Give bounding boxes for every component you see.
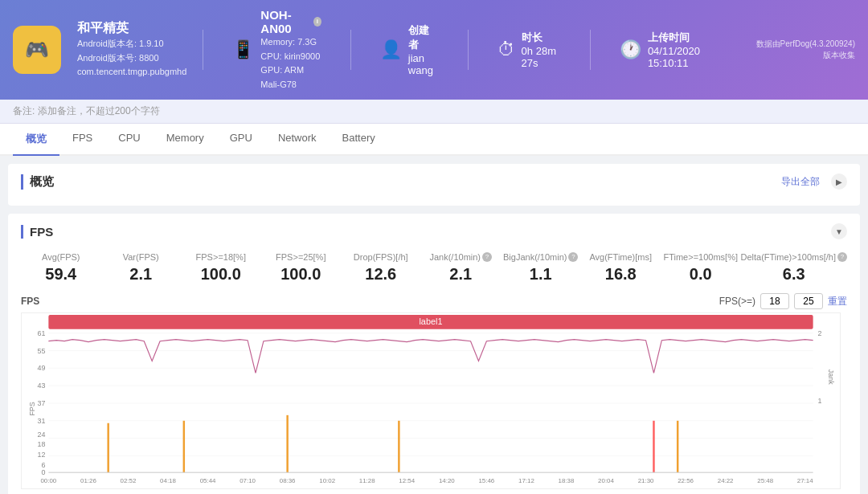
fps-stat-info-icon-6[interactable]: ?: [568, 252, 578, 262]
svg-text:25:48: 25:48: [757, 477, 773, 484]
fps-stat-label-7: Avg(FTime)[ms]: [581, 252, 661, 262]
device-info-icon[interactable]: i: [313, 17, 321, 27]
tab-gpu[interactable]: GPU: [217, 124, 265, 156]
tab-fps[interactable]: FPS: [59, 124, 105, 156]
svg-text:Jank: Jank: [827, 369, 835, 385]
fps-stat-value-0: 59.4: [21, 265, 101, 284]
app-name: 和平精英: [77, 20, 186, 37]
duration-value: 0h 28m 27s: [522, 45, 561, 69]
svg-text:18: 18: [37, 441, 45, 449]
duration-info: 时长 0h 28m 27s: [522, 31, 561, 69]
upload-icon: 🕐: [620, 39, 641, 60]
upload-section: 🕐 上传时间 04/11/2020 15:10:11: [607, 31, 733, 69]
fps-threshold-input-1[interactable]: [760, 293, 789, 309]
device-icon: 📱: [232, 39, 254, 60]
svg-text:14:20: 14:20: [439, 477, 455, 484]
notes-bar: 备注: 添加备注，不超过200个字符: [0, 100, 868, 124]
fps-stat-2: FPS>=18[%]100.0: [181, 252, 261, 284]
device-memory: Memory: 7.3G: [260, 35, 321, 50]
fps-reset-button[interactable]: 重置: [828, 295, 847, 308]
svg-text:61: 61: [37, 329, 45, 337]
fps-stat-label-1: Var(FPS): [101, 252, 182, 262]
fps-header: FPS ▼: [21, 223, 847, 239]
fps-stat-7: Avg(FTime)[ms]16.8: [581, 252, 661, 284]
export-button[interactable]: 导出全部: [781, 175, 820, 189]
fps-stat-label-6: BigJank(/10min)?: [501, 252, 581, 262]
svg-text:37: 37: [37, 399, 45, 407]
svg-text:07:10: 07:10: [240, 477, 256, 484]
header-divider-1: [203, 30, 203, 70]
tab-network[interactable]: Network: [265, 124, 330, 156]
fps-stat-label-9: Delta(FTime)>100ms[/h]?: [741, 252, 848, 262]
fps-stat-label-5: Jank(/10min)?: [421, 252, 502, 262]
fps-stat-label-2: FPS>=18[%]: [181, 252, 261, 262]
app-version-code: Android版本号: 8800: [77, 51, 186, 66]
fps-stat-info-icon-5[interactable]: ?: [482, 252, 492, 262]
svg-text:15:46: 15:46: [478, 477, 494, 484]
fps-chart-svg-wrapper: label1 61 55 49 43 37: [21, 312, 847, 489]
fps-threshold-controls: FPS(>=) 重置: [719, 293, 847, 309]
fps-stat-value-2: 100.0: [181, 265, 261, 284]
overview-section: 概览 导出全部 ▶: [8, 164, 860, 206]
fps-stat-value-8: 0.0: [661, 265, 741, 284]
upload-info: 上传时间 04/11/2020 15:10:11: [648, 31, 720, 69]
duration-icon: ⏱: [497, 39, 515, 60]
fps-stat-9: Delta(FTime)>100ms[/h]?6.3: [741, 252, 848, 284]
device-cpu: CPU: kirin9000: [260, 50, 321, 64]
fps-stat-value-9: 6.3: [741, 265, 848, 284]
tab-memory[interactable]: Memory: [154, 124, 217, 156]
duration-section: ⏱ 时长 0h 28m 27s: [485, 31, 574, 69]
fps-stat-6: BigJank(/10min)?1.1: [501, 252, 581, 284]
device-details: NOH-AN00 i Memory: 7.3G CPU: kirin9000 G…: [260, 8, 321, 92]
fps-title: FPS: [21, 225, 53, 239]
svg-text:11:28: 11:28: [359, 477, 375, 484]
svg-text:04:18: 04:18: [160, 477, 176, 484]
svg-text:31: 31: [37, 417, 45, 425]
fps-section: FPS ▼ Avg(FPS)59.4Var(FPS)2.1FPS>=18[%]1…: [8, 214, 860, 494]
overview-collapse-button[interactable]: ▶: [831, 174, 847, 190]
chart-top-bar: FPS FPS(>=) 重置: [21, 293, 847, 309]
creator-value: jian wang: [408, 52, 439, 76]
fps-stat-label-0: Avg(FPS): [21, 252, 101, 262]
fps-stat-5: Jank(/10min)?2.1: [421, 252, 502, 284]
svg-text:01:26: 01:26: [80, 477, 96, 484]
fps-stat-1: Var(FPS)2.1: [101, 252, 182, 284]
device-gpu: GPU: ARM Mali-G78: [260, 63, 321, 92]
fps-stat-value-4: 12.6: [341, 265, 421, 284]
fps-stat-value-3: 100.0: [261, 265, 342, 284]
fps-stat-0: Avg(FPS)59.4: [21, 252, 101, 284]
creator-icon: 👤: [380, 39, 402, 60]
creator-label: 创建者: [408, 23, 439, 52]
fps-stat-value-1: 2.1: [101, 265, 182, 284]
app-version-name: Android版本名: 1.9.10: [77, 37, 186, 51]
svg-text:43: 43: [37, 382, 45, 390]
device-info-section: 📱 NOH-AN00 i Memory: 7.3G CPU: kirin9000…: [219, 8, 334, 92]
notes-text: 备注: 添加备注，不超过200个字符: [13, 105, 160, 116]
app-package: com.tencent.tmgp.pubgmhd: [77, 65, 186, 80]
fps-chart-svg: label1 61 55 49 43 37: [21, 312, 841, 489]
svg-text:05:44: 05:44: [200, 477, 216, 484]
tab-battery[interactable]: Battery: [330, 124, 388, 156]
tab-overview[interactable]: 概览: [13, 124, 59, 156]
tab-bar: 概览 FPS CPU Memory GPU Network Battery: [0, 124, 868, 156]
fps-stat-value-7: 16.8: [581, 265, 661, 284]
svg-text:08:36: 08:36: [280, 477, 296, 484]
app-header: 🎮 和平精英 Android版本名: 1.9.10 Android版本号: 88…: [0, 0, 868, 100]
fps-stat-info-icon-9[interactable]: ?: [837, 252, 847, 262]
svg-text:20:04: 20:04: [598, 477, 614, 484]
tab-cpu[interactable]: CPU: [105, 124, 153, 156]
fps-stat-4: Drop(FPS)[/h]12.6: [341, 252, 421, 284]
svg-text:22:56: 22:56: [678, 477, 694, 484]
fps-threshold-input-2[interactable]: [794, 293, 823, 309]
svg-text:21:30: 21:30: [638, 477, 654, 484]
duration-label: 时长: [522, 31, 561, 45]
fps-stats-row: Avg(FPS)59.4Var(FPS)2.1FPS>=18[%]100.0FP…: [21, 246, 847, 287]
svg-text:10:02: 10:02: [319, 477, 335, 484]
fps-stat-label-8: FTime>=100ms[%]: [661, 252, 741, 262]
fps-gte-label: FPS(>=): [719, 296, 755, 307]
fps-stat-value-6: 1.1: [501, 265, 581, 284]
fps-collapse-button[interactable]: ▼: [831, 223, 847, 239]
overview-header: 概览 导出全部 ▶: [21, 174, 847, 190]
device-id: NOH-AN00 i: [260, 8, 321, 35]
svg-text:24:22: 24:22: [718, 477, 734, 484]
